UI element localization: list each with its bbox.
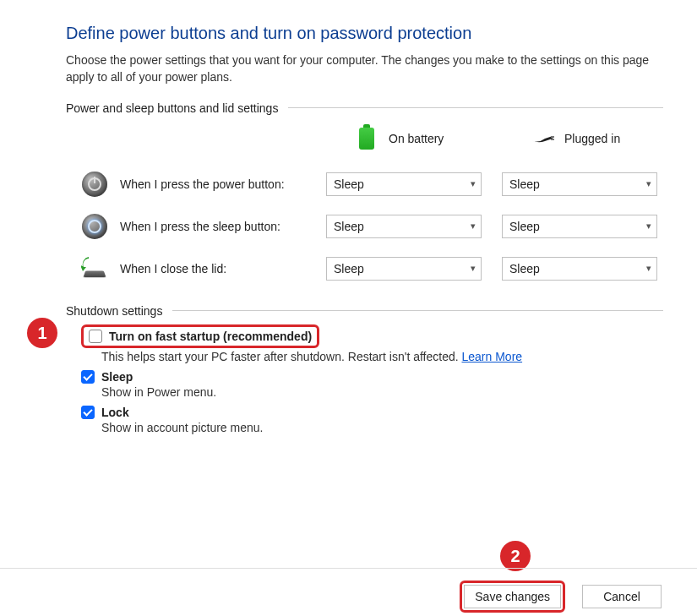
lock-item-desc: Show in account picture menu. xyxy=(101,421,663,434)
shutdown-item-fast-startup: Turn on fast startup (recommended) This … xyxy=(66,324,663,363)
col-plugged-in: Plugged in xyxy=(502,122,657,155)
intro-text: Choose the power settings that you want … xyxy=(66,52,663,86)
shutdown-item-sleep: Sleep Show in Power menu. xyxy=(66,370,663,399)
chevron-down-icon: ▾ xyxy=(471,263,476,274)
section-shutdown: Shutdown settings xyxy=(66,304,663,318)
row-power-label: When I press the power button: xyxy=(120,177,285,191)
select-sleep-battery-value: Sleep xyxy=(334,220,364,233)
section-buttons-lid: Power and sleep buttons and lid settings xyxy=(66,101,663,115)
select-sleep-plugged[interactable]: Sleep ▾ xyxy=(502,215,657,238)
col-on-battery: On battery xyxy=(326,122,482,155)
sleep-button-icon xyxy=(82,214,107,239)
sleep-item-desc: Show in Power menu. xyxy=(101,385,663,399)
row-lid-label: When I close the lid: xyxy=(120,262,226,275)
divider xyxy=(0,568,697,569)
page-title: Define power buttons and turn on passwor… xyxy=(66,24,663,43)
select-lid-plugged[interactable]: Sleep ▾ xyxy=(502,257,657,281)
sleep-item-label: Sleep xyxy=(101,370,133,384)
col-plugged-in-label: Plugged in xyxy=(564,132,620,145)
checkbox-fast-startup[interactable] xyxy=(89,330,102,343)
svg-rect-0 xyxy=(551,136,554,138)
chevron-down-icon: ▾ xyxy=(646,221,651,232)
annotation-box-1: Turn on fast startup (recommended) xyxy=(81,324,319,348)
battery-icon xyxy=(359,128,374,150)
chevron-down-icon: ▾ xyxy=(471,178,476,189)
annotation-box-2: Save changes xyxy=(460,581,565,613)
col-on-battery-label: On battery xyxy=(389,132,444,145)
select-power-battery[interactable]: Sleep ▾ xyxy=(326,172,482,196)
annotation-2: 2 xyxy=(500,541,531,571)
select-power-plugged[interactable]: Sleep ▾ xyxy=(502,172,657,196)
select-sleep-battery[interactable]: Sleep ▾ xyxy=(326,215,482,238)
save-changes-button[interactable]: Save changes xyxy=(464,585,561,608)
svg-rect-1 xyxy=(551,139,554,140)
chevron-down-icon: ▾ xyxy=(646,263,651,274)
select-lid-battery-value: Sleep xyxy=(334,262,364,275)
fast-startup-label: Turn on fast startup (recommended) xyxy=(109,330,312,343)
fast-startup-desc-text: This helps start your PC faster after sh… xyxy=(101,350,462,363)
fast-startup-desc: This helps start your PC faster after sh… xyxy=(101,350,663,363)
lid-icon xyxy=(81,257,108,281)
select-power-battery-value: Sleep xyxy=(334,177,364,191)
chevron-down-icon: ▾ xyxy=(471,221,476,232)
select-lid-plugged-value: Sleep xyxy=(509,262,540,275)
section-buttons-lid-label: Power and sleep buttons and lid settings xyxy=(66,101,278,115)
divider xyxy=(172,310,663,311)
select-lid-battery[interactable]: Sleep ▾ xyxy=(326,257,482,281)
annotation-1: 1 xyxy=(27,318,57,348)
learn-more-link[interactable]: Learn More xyxy=(462,350,523,363)
checkbox-lock[interactable] xyxy=(81,406,95,419)
checkbox-sleep[interactable] xyxy=(81,370,95,384)
cancel-button[interactable]: Cancel xyxy=(582,585,662,608)
section-shutdown-label: Shutdown settings xyxy=(66,304,162,318)
row-sleep-label: When I press the sleep button: xyxy=(120,220,280,233)
select-sleep-plugged-value: Sleep xyxy=(509,220,540,233)
plug-icon xyxy=(529,125,556,152)
select-power-plugged-value: Sleep xyxy=(509,177,540,191)
divider xyxy=(288,107,663,108)
chevron-down-icon: ▾ xyxy=(646,178,651,189)
power-button-icon xyxy=(82,172,107,197)
shutdown-item-lock: Lock Show in account picture menu. xyxy=(66,406,663,434)
lock-item-label: Lock xyxy=(101,406,129,419)
